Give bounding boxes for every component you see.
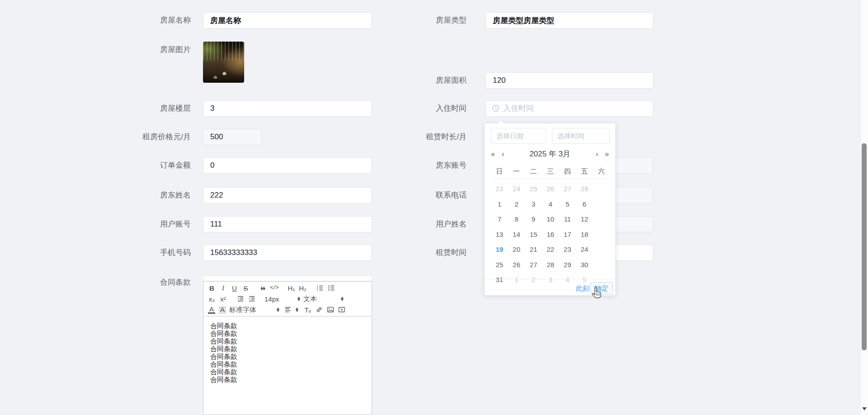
calendar-day[interactable]: 14 bbox=[508, 227, 525, 242]
calendar-day[interactable]: 12 bbox=[576, 212, 593, 227]
editor-content-area[interactable]: 合同条款合同条款合同条款合同条款合同条款合同条款合同条款合同条款 bbox=[203, 316, 372, 415]
toolbar-strike-button[interactable]: S bbox=[240, 283, 251, 293]
picker-updown-icon: ▲▼ bbox=[297, 297, 301, 301]
toolbar-bold-button[interactable]: B bbox=[206, 283, 217, 293]
toolbar-subscript-button[interactable]: x₂ bbox=[206, 293, 217, 304]
calendar-day[interactable]: 2 bbox=[508, 197, 525, 212]
toolbar-list-ordered-button[interactable]: 123 bbox=[314, 283, 326, 293]
calendar-day[interactable]: 18 bbox=[576, 227, 593, 242]
calendar-day[interactable]: 13 bbox=[491, 227, 508, 242]
toolbar-size-picker[interactable]: 14px▲▼ bbox=[263, 293, 302, 304]
calendar-day[interactable]: 25 bbox=[525, 181, 542, 197]
picker-date-input[interactable] bbox=[491, 128, 546, 144]
phone-number-input[interactable] bbox=[203, 245, 372, 261]
calendar-day[interactable]: 26 bbox=[542, 181, 559, 197]
toolbar-align-picker[interactable]: ▲▼ bbox=[281, 304, 302, 315]
weekday-label: 四 bbox=[559, 166, 576, 177]
house-area-input[interactable] bbox=[486, 72, 653, 89]
weekday-label: 三 bbox=[542, 166, 559, 177]
house-floor-input[interactable] bbox=[203, 100, 372, 117]
calendar-day[interactable]: 24 bbox=[576, 242, 593, 257]
calendar-day[interactable]: 4 bbox=[542, 197, 559, 212]
house-image-thumbnail[interactable] bbox=[203, 42, 244, 83]
calendar-day[interactable]: 29 bbox=[559, 257, 576, 273]
picker-time-input[interactable] bbox=[552, 128, 610, 144]
house-name-input[interactable] bbox=[203, 12, 372, 28]
toolbar-code-block-button[interactable]: </> bbox=[269, 283, 280, 293]
house-floor-label: 房屋楼层 bbox=[96, 100, 191, 117]
calendar-day[interactable]: 4 bbox=[559, 272, 576, 288]
weekday-label: 六 bbox=[593, 166, 610, 177]
calendar-day[interactable]: 26 bbox=[508, 257, 525, 273]
toolbar-clean-button[interactable]: Tₓ bbox=[302, 304, 313, 315]
calendar-day[interactable]: 27 bbox=[559, 181, 576, 197]
toolbar-link-button[interactable] bbox=[313, 304, 325, 315]
toolbar-italic-button[interactable]: I bbox=[217, 283, 229, 293]
toolbar-superscript-button[interactable]: x² bbox=[217, 293, 229, 304]
calendar-day[interactable]: 16 bbox=[542, 227, 559, 242]
toolbar-list-bullet-button[interactable] bbox=[326, 283, 337, 293]
toolbar-video-button[interactable] bbox=[336, 304, 347, 315]
toolbar-indent-button[interactable] bbox=[246, 293, 257, 304]
toolbar-header-2-button[interactable]: H₂ bbox=[297, 283, 308, 293]
calendar-day[interactable]: 3 bbox=[542, 272, 559, 288]
landlord-account-label: 房东账号 bbox=[372, 157, 467, 174]
toolbar-outdent-button[interactable] bbox=[235, 293, 246, 304]
contract-terms-line: 合同条款 bbox=[210, 360, 365, 368]
phone-number-label: 手机号码 bbox=[96, 245, 191, 261]
editor-toolbar-row-3: AA标准字体▲▼▲▼Tₓ bbox=[206, 304, 369, 315]
calendar-day[interactable]: 22 bbox=[542, 242, 559, 257]
house-type-input[interactable] bbox=[486, 12, 653, 28]
calendar-day[interactable]: 27 bbox=[525, 257, 542, 273]
landlord-name-label: 房东姓名 bbox=[96, 187, 191, 203]
calendar-day[interactable]: 11 bbox=[559, 212, 576, 227]
toolbar-background-button[interactable]: A bbox=[219, 306, 226, 314]
calendar-day[interactable]: 1 bbox=[491, 197, 508, 212]
checkin-time-input[interactable] bbox=[486, 100, 653, 117]
now-button[interactable]: 此刻 bbox=[576, 282, 590, 294]
calendar-day[interactable]: 23 bbox=[491, 181, 508, 197]
toolbar-underline-button[interactable]: U bbox=[229, 283, 240, 293]
calendar-day[interactable]: 8 bbox=[508, 212, 525, 227]
user-account-input[interactable] bbox=[203, 216, 372, 232]
calendar-day-today[interactable]: 19 bbox=[491, 242, 508, 257]
landlord-name-input[interactable] bbox=[203, 187, 372, 203]
toolbar-blockquote-button[interactable]: ❝ bbox=[257, 283, 269, 293]
calendar-day[interactable]: 15 bbox=[525, 227, 542, 242]
toolbar-font-picker[interactable]: 标准字体▲▼ bbox=[228, 304, 281, 315]
calendar-day[interactable]: 30 bbox=[576, 257, 593, 273]
toolbar-header-picker[interactable]: 文本▲▼ bbox=[302, 293, 345, 304]
image-icon bbox=[327, 306, 334, 313]
toolbar-color-button[interactable]: A bbox=[208, 306, 215, 314]
calendar-day[interactable]: 31 bbox=[491, 272, 508, 288]
calendar-day[interactable]: 23 bbox=[559, 242, 576, 257]
calendar-day[interactable]: 9 bbox=[525, 212, 542, 227]
picker-updown-icon: ▲▼ bbox=[340, 297, 344, 301]
calendar-day[interactable]: 2 bbox=[525, 272, 542, 288]
confirm-button[interactable]: 确定 bbox=[590, 282, 613, 294]
calendar-day[interactable]: 5 bbox=[559, 197, 576, 212]
picker-updown-icon: ▲▼ bbox=[295, 307, 299, 312]
next-year-icon[interactable]: » bbox=[605, 148, 609, 160]
calendar-day[interactable]: 28 bbox=[576, 181, 593, 197]
calendar-day[interactable]: 7 bbox=[491, 212, 508, 227]
rent-price-input[interactable] bbox=[203, 129, 262, 145]
toolbar-header-1-button[interactable]: H₁ bbox=[286, 283, 297, 293]
calendar-day[interactable]: 25 bbox=[491, 257, 508, 273]
calendar-day[interactable]: 21 bbox=[525, 242, 542, 257]
calendar-day[interactable]: 28 bbox=[542, 257, 559, 273]
outdent-icon bbox=[237, 295, 244, 302]
contract-terms-line: 合同条款 bbox=[210, 322, 365, 330]
calendar-day[interactable]: 6 bbox=[576, 197, 593, 212]
calendar-day[interactable]: 17 bbox=[559, 227, 576, 242]
toolbar-image-button[interactable] bbox=[325, 304, 336, 315]
calendar-day[interactable]: 24 bbox=[508, 181, 525, 197]
order-amount-input[interactable] bbox=[203, 157, 372, 174]
calendar-day[interactable]: 20 bbox=[508, 242, 525, 257]
next-month-icon[interactable]: › bbox=[596, 148, 598, 160]
calendar-day[interactable]: 10 bbox=[542, 212, 559, 227]
scrollbar-down-arrow-icon[interactable] bbox=[862, 407, 867, 410]
calendar-day[interactable]: 3 bbox=[525, 197, 542, 212]
calendar-day[interactable]: 1 bbox=[508, 272, 525, 288]
scrollbar-thumb[interactable] bbox=[862, 143, 867, 350]
